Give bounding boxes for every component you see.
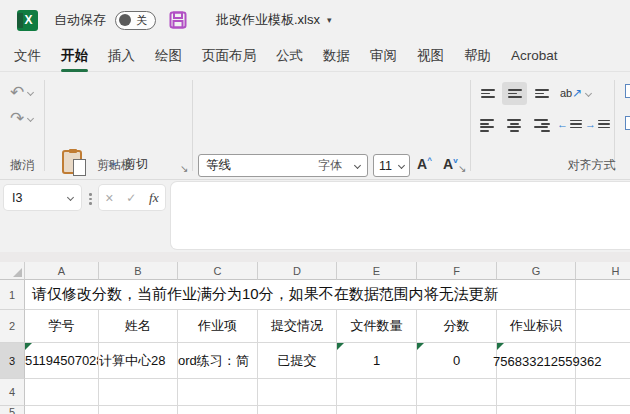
cell-C5[interactable] [178, 406, 258, 414]
cell-B5[interactable] [99, 406, 178, 414]
decrease-font-size-button[interactable]: Av [443, 156, 458, 172]
cell-A2[interactable]: 学号 [25, 310, 99, 343]
cell-H5[interactable] [576, 406, 630, 414]
col-header-G[interactable]: G [497, 262, 576, 280]
decrease-indent-button[interactable]: ← [557, 118, 582, 130]
orientation-dropdown-icon[interactable] [585, 89, 592, 96]
autosave-toggle[interactable]: 关 [115, 11, 156, 30]
sheet-row-1: 1 请仅修改分数，当前作业满分为10分，如果不在数据范围内将无法更新 [0, 280, 630, 310]
cancel-entry-icon[interactable]: × [105, 190, 113, 206]
tab-home[interactable]: 开始 [51, 40, 98, 72]
cell-E4[interactable] [337, 379, 417, 406]
align-middle-button[interactable] [502, 82, 527, 105]
cell-F3[interactable]: 0 [417, 343, 497, 379]
row-header-2[interactable]: 2 [0, 310, 25, 343]
arrow-right-icon: → [585, 118, 596, 130]
wrap-text-button[interactable] [625, 84, 630, 98]
cell-C3[interactable]: ord练习：简 [178, 343, 258, 379]
cell-F2[interactable]: 分数 [417, 310, 497, 343]
name-box-dropdown-icon[interactable] [67, 194, 74, 201]
orientation-button[interactable]: ab↗ [560, 86, 591, 100]
cell-G5[interactable] [497, 406, 576, 414]
tab-view[interactable]: 视图 [407, 40, 454, 72]
undo-button[interactable]: ↶ [10, 84, 33, 101]
cell-G3[interactable]: 756833212559362 [497, 343, 576, 379]
align-bottom-button[interactable] [529, 82, 554, 105]
cell-A3[interactable]: 51194507028 [25, 343, 99, 379]
tab-formulas[interactable]: 公式 [266, 40, 313, 72]
cell-A5[interactable] [25, 406, 99, 414]
font-size-select[interactable]: 11 [373, 154, 410, 177]
redo-button[interactable]: ↷ [10, 110, 33, 127]
cell-E2[interactable]: 文件数量 [337, 310, 417, 343]
title-dropdown-icon[interactable]: ▾ [327, 15, 332, 25]
cell-B2[interactable]: 姓名 [99, 310, 178, 343]
col-header-F[interactable]: F [417, 262, 497, 280]
clipboard-dialog-launcher-icon[interactable]: ↘ [180, 163, 188, 174]
cell-B3[interactable]: 计算中心28 [99, 343, 178, 379]
tab-file[interactable]: 文件 [4, 40, 51, 72]
cell-C2[interactable]: 作业项 [178, 310, 258, 343]
tab-data[interactable]: 数据 [313, 40, 360, 72]
name-box-value: I3 [12, 191, 22, 205]
name-box[interactable]: I3 [4, 185, 81, 210]
cell-F4[interactable] [417, 379, 497, 406]
cell-G4[interactable] [497, 379, 576, 406]
tab-acrobat[interactable]: Acrobat [501, 40, 568, 72]
save-icon[interactable] [169, 11, 187, 29]
increase-indent-button[interactable]: → [585, 118, 610, 130]
tab-draw[interactable]: 绘图 [145, 40, 192, 72]
cell-C4[interactable] [178, 379, 258, 406]
col-header-H[interactable]: H [576, 262, 630, 280]
col-header-B[interactable]: B [99, 262, 178, 280]
cell-E3[interactable]: 1 [337, 343, 417, 379]
formula-bar-handle[interactable] [89, 191, 92, 207]
excel-app-icon[interactable]: X [17, 10, 38, 31]
cell-D5[interactable] [258, 406, 337, 414]
tab-help[interactable]: 帮助 [454, 40, 501, 72]
document-title[interactable]: 批改作业模板.xlsx [216, 11, 320, 29]
confirm-entry-icon[interactable]: ✓ [126, 191, 136, 205]
formula-buttons: × ✓ fx [99, 185, 165, 210]
increase-font-size-button[interactable]: A^ [417, 156, 432, 172]
align-top-button[interactable] [475, 82, 500, 105]
formula-bar-area: I3 × ✓ fx [0, 180, 630, 252]
col-header-D[interactable]: D [258, 262, 337, 280]
undo-dropdown-icon[interactable] [27, 89, 34, 96]
sheet-row-4: 4 [0, 379, 630, 406]
align-left-button[interactable] [475, 114, 500, 137]
merge-center-button[interactable] [625, 116, 630, 130]
font-size-dropdown-icon[interactable] [398, 162, 405, 169]
align-center-button[interactable] [502, 114, 527, 137]
cell-D4[interactable] [258, 379, 337, 406]
formula-input[interactable] [171, 182, 630, 249]
row-header-1[interactable]: 1 [0, 280, 25, 310]
cell-B4[interactable] [99, 379, 178, 406]
cell-A1-banner[interactable]: 请仅修改分数，当前作业满分为10分，如果不在数据范围内将无法更新 [25, 280, 576, 310]
cell-E5[interactable] [337, 406, 417, 414]
cell-F5[interactable] [417, 406, 497, 414]
cell-D3[interactable]: 已提交 [258, 343, 337, 379]
row-header-5[interactable]: 5 [0, 406, 25, 414]
cell-D2[interactable]: 提交情况 [258, 310, 337, 343]
tab-page-layout[interactable]: 页面布局 [192, 40, 266, 72]
indent-lines-icon [570, 118, 582, 130]
col-header-A[interactable]: A [25, 262, 99, 280]
tab-review[interactable]: 审阅 [360, 40, 407, 72]
cell-H2[interactable] [576, 310, 630, 343]
row-header-4[interactable]: 4 [0, 379, 25, 406]
cell-A4[interactable] [25, 379, 99, 406]
redo-dropdown-icon[interactable] [27, 115, 34, 122]
row-header-3[interactable]: 3 [0, 343, 25, 379]
col-header-C[interactable]: C [178, 262, 258, 280]
cell-H1[interactable] [576, 280, 630, 310]
col-header-E[interactable]: E [337, 262, 417, 280]
select-all-corner[interactable] [0, 262, 25, 280]
cell-H4[interactable] [576, 379, 630, 406]
tab-insert[interactable]: 插入 [98, 40, 145, 72]
insert-function-icon[interactable]: fx [149, 190, 159, 206]
align-right-button[interactable] [529, 114, 554, 137]
font-group-label: 字体 [300, 157, 360, 174]
cell-G2[interactable]: 作业标识 [497, 310, 576, 343]
font-dialog-launcher-icon[interactable]: ↘ [458, 163, 466, 174]
